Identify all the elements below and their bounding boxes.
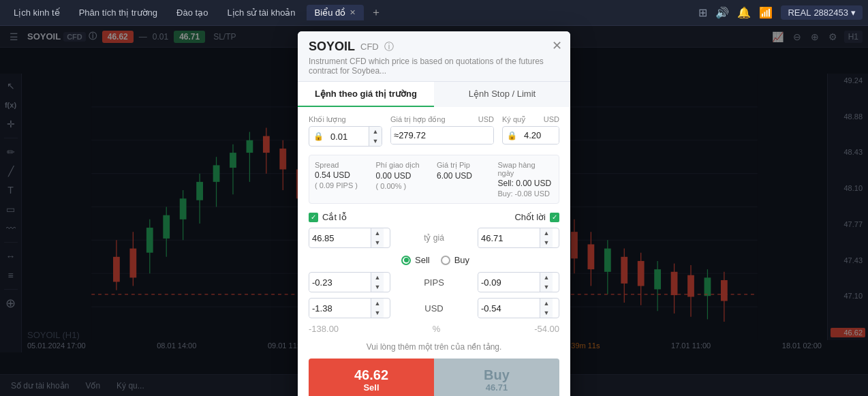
buy-action-label: Buy [484,368,510,382]
buy-button[interactable]: Buy 46.71 [434,359,559,396]
khoi-luong-group: Khối lượng 🔒 ▲ ▼ [309,115,382,147]
usd-row: ▲ ▼ USD ▲ ▼ [309,298,559,318]
pct-row: -138.00 % -54.00 [309,324,559,334]
chot-loi-spinner: ▲ ▼ [540,228,553,247]
buy-radio[interactable] [441,256,450,265]
pips-cat-lo-up[interactable]: ▲ [371,273,384,282]
cat-lo-chot-loi-row: Cắt lỗ Chốt lời [309,212,559,222]
sell-button[interactable]: 46.62 Sell [309,359,434,396]
tab-stop-limit[interactable]: Lệnh Stop / Limit [434,82,570,107]
buy-price: 46.71 [486,383,508,392]
sell-radio-label: Sell [415,255,430,265]
pips-cat-lo-input[interactable] [309,274,371,291]
pips-chot-loi-spinner: ▲ ▼ [540,273,553,292]
modal-subtitle: Instrument CFD which price is based on q… [309,57,559,76]
pips-cat-lo-spinner: ▲ ▼ [371,273,384,292]
chart-tab-label: Biểu đồ [315,7,346,18]
pips-center-label: PIPS [399,277,469,288]
gia-tri-usd-label: USD [478,115,494,124]
volume-icon[interactable]: 🔊 [715,6,729,19]
usd-chot-loi-down[interactable]: ▼ [540,308,553,318]
ky-quy-input[interactable] [521,127,559,144]
cat-lo-checkbox[interactable] [309,213,318,222]
form-row-1: Khối lượng 🔒 ▲ ▼ Giá trị hợp đồng USD [309,115,559,147]
cat-lo-input[interactable] [309,230,371,247]
cat-lo-spinner: ▲ ▼ [371,228,384,247]
pips-cat-lo-down[interactable]: ▼ [371,282,384,292]
spread-value: 0.54 USD [315,170,371,180]
chot-loi-label: Chốt lời [514,212,546,222]
nav-item-lich-kinh-te[interactable]: Lịch kinh tế [5,5,68,20]
cat-lo-input-wrapper: ▲ ▼ [309,228,390,248]
pct-left-val: -138.00 [309,324,339,334]
monitor-icon[interactable]: ⊞ [698,6,707,19]
usd-chot-loi-up[interactable]: ▲ [540,299,553,308]
pips-chot-loi-input[interactable] [478,274,540,291]
tab-close-icon[interactable]: ✕ [350,8,356,17]
usd-chot-loi-input[interactable] [478,300,540,317]
gia-tri-input[interactable] [391,127,493,144]
sell-radio-group[interactable]: Sell [401,255,430,265]
usd-cat-lo-input[interactable] [309,300,371,317]
action-buttons-row: 46.62 Sell Buy 46.71 [309,359,559,396]
pips-chot-loi-down[interactable]: ▼ [540,282,553,292]
usd-chot-loi-input-wrapper: ▲ ▼ [478,298,559,318]
cat-lo-group: Cắt lỗ [309,212,347,222]
pips-chot-loi-up[interactable]: ▲ [540,273,553,282]
khoi-luong-up[interactable]: ▲ [369,127,382,136]
gia-tri-pip-cell: Giá trị Pip 6.00 USD [437,161,493,198]
gia-tri-pip-label: Giá trị Pip [437,161,493,170]
modal-title-row: SOYOIL CFD ⓘ ✕ [309,40,559,54]
info-grid: Spread 0.54 USD ( 0.09 PIPS ) Phí giao d… [309,155,559,204]
chot-loi-group: Chốt lời [514,212,559,222]
sell-buy-row: Sell Buy [309,255,559,265]
khoi-luong-input[interactable] [328,128,369,145]
khoi-luong-label: Khối lượng [309,115,382,124]
dropdown-icon: ▾ [851,7,856,18]
modal-title: SOYOIL [309,40,355,54]
chot-loi-input[interactable] [478,230,540,247]
modal-message: Vui lòng thêm một trên của nền tảng. [309,342,559,352]
nav-item-phan-tich[interactable]: Phân tích thị trường [71,5,166,20]
modal-info-icon[interactable]: ⓘ [384,41,394,53]
bell-icon[interactable]: 🔔 [737,6,751,19]
pips-cat-lo-input-wrapper: ▲ ▼ [309,272,390,292]
sell-radio[interactable] [401,256,411,265]
wifi-icon: 📶 [759,6,773,19]
account-badge[interactable]: REAL 2882453 ▾ [781,5,863,20]
chot-loi-checkbox[interactable] [550,213,559,222]
pct-center-label: % [347,324,526,334]
usd-cat-lo-up[interactable]: ▲ [371,299,384,308]
khoi-luong-down[interactable]: ▼ [369,136,382,146]
ky-quy-group: Ký quỹ USD 🔒 [502,115,559,144]
account-number: 2882453 [813,7,848,18]
modal-body: Khối lượng 🔒 ▲ ▼ Giá trị hợp đồng USD [298,107,570,396]
modal-close-button[interactable]: ✕ [552,38,562,53]
tab-market-order[interactable]: Lệnh theo giá thị trường [298,82,434,107]
nav-item-lich-su[interactable]: Lịch sử tài khoản [219,5,303,20]
pips-row: ▲ ▼ PIPS ▲ ▼ [309,272,559,292]
swap-buy: Buy: -0.08 USD [498,189,554,198]
modal-cfd-label: CFD [360,42,379,52]
phi-gd-cell: Phí giao dịch 0.00 USD ( 0.00% ) [376,161,432,198]
active-chart-tab[interactable]: Biểu đồ ✕ [307,5,365,20]
gia-tri-hop-dong-group: Giá trị hợp đồng USD [390,115,494,144]
chot-loi-down[interactable]: ▼ [540,238,553,247]
usd-cat-lo-input-wrapper: ▲ ▼ [309,298,390,318]
chot-loi-up[interactable]: ▲ [540,228,553,238]
add-tab-button[interactable]: ＋ [367,5,386,20]
sell-label: Sell [363,383,379,392]
swap-sell: Sell: 0.00 USD [498,179,554,188]
cat-lo-label: Cắt lỗ [322,212,347,222]
usd-cat-lo-down[interactable]: ▼ [371,308,384,318]
ky-quy-input-wrapper: 🔒 [502,126,559,144]
buy-radio-group[interactable]: Buy [441,255,469,265]
gia-tri-input-wrapper [390,126,494,144]
gia-tri-hop-dong-label: Giá trị hợp đồng [390,115,446,124]
cat-lo-up[interactable]: ▲ [371,228,384,238]
modal-tabs: Lệnh theo giá thị trường Lệnh Stop / Lim… [298,82,570,107]
cat-lo-down[interactable]: ▼ [371,238,384,247]
nav-item-dao-tao[interactable]: Đào tạo [168,5,216,20]
tp-row: ▲ ▼ tỷ giá ▲ ▼ [309,228,559,248]
swap-label: Swap hàng ngày [498,161,554,177]
